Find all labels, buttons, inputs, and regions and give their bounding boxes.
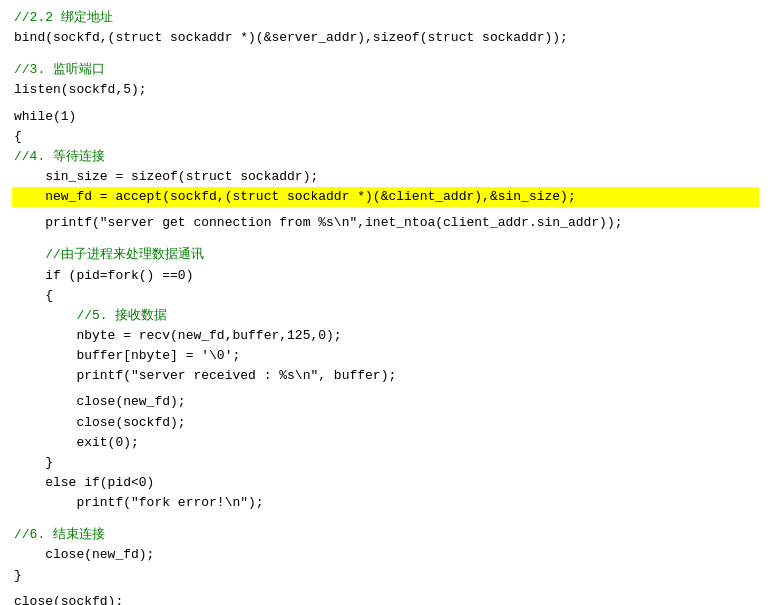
code-line-19: { bbox=[12, 286, 759, 306]
code-line-28: } bbox=[12, 453, 759, 473]
code-line-30: printf("fork error!\n"); bbox=[12, 493, 759, 513]
code-line-14: printf("server get connection from %s\n"… bbox=[12, 213, 759, 233]
code-line-17: //由子进程来处理数据通讯 bbox=[12, 245, 759, 265]
code-line-2: bind(sockfd,(struct sockaddr *)(&server_… bbox=[12, 28, 759, 48]
code-line-21: nbyte = recv(new_fd,buffer,125,0); bbox=[12, 326, 759, 346]
code-line-34: close(new_fd); bbox=[12, 545, 759, 565]
code-line-33: //6. 结束连接 bbox=[12, 525, 759, 545]
code-line-1: //2.2 绑定地址 bbox=[12, 8, 759, 28]
code-line-12: new_fd = accept(sockfd,(struct sockaddr … bbox=[12, 187, 759, 207]
code-line-25: close(new_fd); bbox=[12, 392, 759, 412]
code-line-9: { bbox=[12, 127, 759, 147]
code-line-26: close(sockfd); bbox=[12, 413, 759, 433]
code-line-5: //3. 监听端口 bbox=[12, 60, 759, 80]
code-line-35: } bbox=[12, 566, 759, 586]
code-line-37: close(sockfd); bbox=[12, 592, 759, 605]
code-editor: //2.2 绑定地址 bind(sockfd,(struct sockaddr … bbox=[0, 0, 771, 605]
code-line-27: exit(0); bbox=[12, 433, 759, 453]
code-line-29: else if(pid<0) bbox=[12, 473, 759, 493]
code-line-23: printf("server received : %s\n", buffer)… bbox=[12, 366, 759, 386]
code-line-22: buffer[nbyte] = '\0'; bbox=[12, 346, 759, 366]
code-line-6: listen(sockfd,5); bbox=[12, 80, 759, 100]
code-line-20: //5. 接收数据 bbox=[12, 306, 759, 326]
code-line-11: sin_size = sizeof(struct sockaddr); bbox=[12, 167, 759, 187]
code-line-18: if (pid=fork() ==0) bbox=[12, 266, 759, 286]
code-line-10: //4. 等待连接 bbox=[12, 147, 759, 167]
code-line-8: while(1) bbox=[12, 107, 759, 127]
